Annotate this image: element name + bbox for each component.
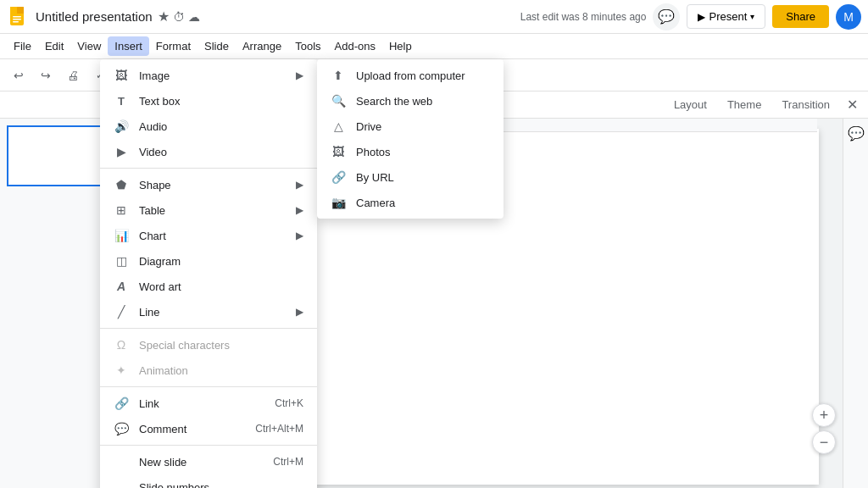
image-photos[interactable]: 🖼 Photos <box>317 139 504 164</box>
insert-menu-line[interactable]: ╱ Line ▶ <box>100 299 317 324</box>
line-icon: ╱ <box>114 304 129 319</box>
undo-button[interactable]: ↩ <box>7 64 31 87</box>
insert-menu-audio[interactable]: 🔊 Audio <box>100 114 317 139</box>
animation-icon: ✦ <box>114 363 129 378</box>
insert-menu-slidenumbers[interactable]: Slide numbers <box>100 474 317 488</box>
insert-menu-comment[interactable]: 💬 Comment Ctrl+Alt+M <box>100 416 317 441</box>
insert-menu-special[interactable]: Ω Special characters <box>100 332 317 358</box>
comments-icon[interactable]: 💬 <box>653 3 680 30</box>
svg-rect-5 <box>13 19 21 20</box>
print-button[interactable]: 🖨 <box>61 64 85 87</box>
shape-icon: ⬟ <box>114 177 129 192</box>
menu-format[interactable]: Format <box>149 36 198 56</box>
insert-audio-label: Audio <box>139 120 303 133</box>
insert-diagram-label: Diagram <box>139 255 303 268</box>
search-web-label: Search the web <box>356 95 490 108</box>
insert-menu: 🖼 Image ▶ T Text box 🔊 Audio ▶ Video ⬟ S… <box>100 59 317 488</box>
title-bar: Untitled presentation ★ ⏱ ☁ Last edit wa… <box>0 0 868 34</box>
insert-menu-textbox[interactable]: T Text box <box>100 88 317 114</box>
share-button[interactable]: Share <box>772 5 829 28</box>
menu-edit[interactable]: Edit <box>38 36 70 56</box>
menu-divider-3 <box>100 386 317 387</box>
menu-addons[interactable]: Add-ons <box>328 36 382 56</box>
menu-bar: File Edit View Insert Format Slide Arran… <box>0 34 868 59</box>
image-by-url[interactable]: 🔗 By URL <box>317 164 504 190</box>
insert-menu-diagram[interactable]: ◫ Diagram <box>100 248 317 274</box>
menu-tools[interactable]: Tools <box>288 36 327 56</box>
tab-transition[interactable]: Transition <box>775 95 837 114</box>
menu-arrange[interactable]: Arrange <box>236 36 288 56</box>
image-search-web[interactable]: 🔍 Search the web <box>317 88 504 114</box>
chart-arrow-icon: ▶ <box>296 230 303 241</box>
insert-menu-wordart[interactable]: A Word art <box>100 274 317 299</box>
audio-icon: 🔊 <box>114 119 129 134</box>
insert-menu-animation[interactable]: ✦ Animation <box>100 358 317 383</box>
diagram-icon: ◫ <box>114 253 129 269</box>
svg-rect-2 <box>10 7 17 14</box>
upload-label: Upload from computer <box>356 69 490 82</box>
panel-close-button[interactable]: ✕ <box>847 97 858 113</box>
insert-menu-table[interactable]: ⊞ Table ▶ <box>100 197 317 223</box>
link-icon: 🔗 <box>114 396 129 411</box>
star-icon[interactable]: ★ <box>158 8 170 25</box>
url-icon: 🔗 <box>331 169 346 185</box>
drive-icon[interactable]: ☁ <box>188 10 200 24</box>
comment-shortcut: Ctrl+Alt+M <box>255 423 303 435</box>
url-label: By URL <box>356 171 490 184</box>
image-icon: 🖼 <box>114 68 129 83</box>
insert-animation-label: Animation <box>139 364 303 377</box>
insert-newslide-label: New slide <box>139 456 263 469</box>
insert-menu-link[interactable]: 🔗 Link Ctrl+K <box>100 391 317 416</box>
camera-icon: 📷 <box>331 195 346 210</box>
menu-slide[interactable]: Slide <box>198 36 236 56</box>
insert-menu-newslide[interactable]: New slide Ctrl+M <box>100 449 317 474</box>
menu-file[interactable]: File <box>7 36 38 56</box>
zoom-in-button[interactable]: + <box>812 403 836 427</box>
svg-rect-4 <box>13 16 21 18</box>
present-button[interactable]: ▶ Present ▾ <box>687 4 765 29</box>
table-icon: ⊞ <box>114 202 129 218</box>
insert-shape-label: Shape <box>139 179 286 191</box>
slidenumbers-icon <box>114 480 129 488</box>
comment-icon: 💬 <box>114 421 129 436</box>
redo-button[interactable]: ↪ <box>34 64 58 87</box>
tab-layout[interactable]: Layout <box>667 95 714 114</box>
insert-menu-video[interactable]: ▶ Video <box>100 139 317 164</box>
insert-wordart-label: Word art <box>139 280 303 293</box>
insert-chart-label: Chart <box>139 230 286 242</box>
history-icon[interactable]: ⏱ <box>173 10 185 24</box>
insert-menu-shape[interactable]: ⬟ Shape ▶ <box>100 172 317 197</box>
special-chars-icon: Ω <box>114 337 129 352</box>
present-icon: ▶ <box>698 11 705 23</box>
insert-special-label: Special characters <box>139 339 303 352</box>
avatar[interactable]: M <box>836 4 861 30</box>
photos-icon: 🖼 <box>331 144 346 159</box>
search-web-icon: 🔍 <box>331 93 346 108</box>
insert-image-label: Image <box>139 69 286 82</box>
right-panel-chat-icon[interactable]: 💬 <box>848 125 865 141</box>
image-upload-computer[interactable]: ⬆ Upload from computer <box>317 63 504 88</box>
menu-insert[interactable]: Insert <box>108 36 149 56</box>
slide-thumbnail[interactable]: 1 <box>7 125 111 186</box>
image-camera[interactable]: 📷 Camera <box>317 190 504 215</box>
tab-theme[interactable]: Theme <box>721 95 768 114</box>
image-drive[interactable]: △ Drive <box>317 114 504 139</box>
insert-menu-image[interactable]: 🖼 Image ▶ <box>100 63 317 88</box>
zoom-out-button[interactable]: − <box>812 430 836 454</box>
shape-arrow-icon: ▶ <box>296 179 303 191</box>
textbox-icon: T <box>114 93 129 108</box>
upload-icon: ⬆ <box>331 68 346 83</box>
table-arrow-icon: ▶ <box>296 204 303 216</box>
menu-view[interactable]: View <box>70 36 108 56</box>
wordart-icon: A <box>114 279 129 294</box>
app-title: Untitled presentation <box>36 9 153 24</box>
last-edit-text: Last edit was 8 minutes ago <box>520 11 647 23</box>
insert-comment-label: Comment <box>139 423 245 435</box>
chart-icon: 📊 <box>114 228 129 243</box>
link-shortcut: Ctrl+K <box>275 397 303 409</box>
camera-label: Camera <box>356 197 490 209</box>
insert-menu-chart[interactable]: 📊 Chart ▶ <box>100 223 317 248</box>
insert-table-label: Table <box>139 204 286 217</box>
menu-help[interactable]: Help <box>382 36 419 56</box>
insert-slidenumbers-label: Slide numbers <box>139 481 303 489</box>
